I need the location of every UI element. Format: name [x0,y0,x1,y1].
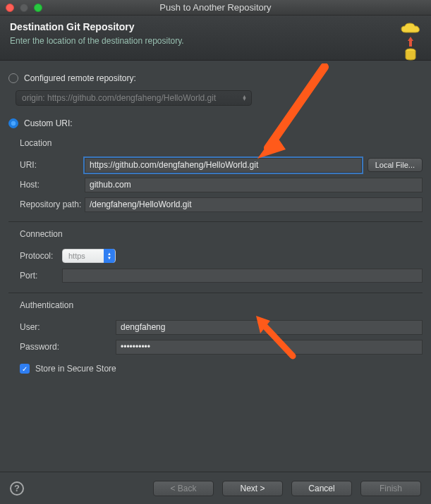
help-icon[interactable]: ? [10,481,24,496]
password-input[interactable] [116,340,423,355]
password-label: Password: [20,342,116,352]
cloud-icon [400,23,421,35]
port-label: Port: [20,271,62,281]
user-label: User: [20,322,116,332]
protocol-value: https [68,252,85,260]
minimize-window-icon [20,4,28,12]
host-input[interactable] [85,178,423,192]
radio-configured-remote[interactable] [8,73,18,83]
header-title: Destination Git Repository [10,21,184,32]
configured-remote-label: Configured remote repository: [24,73,136,83]
back-button: < Back [153,481,214,496]
configured-remote-dropdown: origin: https://github.com/dengfaheng/He… [16,90,252,106]
maximize-window-icon[interactable] [34,4,42,12]
auth-group-label: Authentication [20,300,420,310]
radio-custom-uri[interactable] [8,118,18,128]
custom-uri-label: Custom URI: [24,118,73,128]
store-secure-checkbox[interactable]: ✓ [20,364,30,374]
repository-cylinder-icon [404,48,417,61]
header-subtitle: Enter the location of the destination re… [10,36,184,46]
dialog-header: Destination Git Repository Enter the loc… [0,16,431,61]
user-input[interactable] [116,320,423,335]
window-title: Push to Another Repository [159,2,271,13]
uri-label: URI: [20,160,85,170]
host-label: Host: [20,180,85,190]
dropdown-arrows-icon: ▲▼ [242,95,247,101]
location-group-label: Location [20,138,420,148]
titlebar: Push to Another Repository [0,0,431,16]
repo-path-label: Repository path: [20,199,85,209]
connection-group-label: Connection [20,229,420,239]
close-window-icon[interactable] [6,4,14,12]
next-button[interactable]: Next > [222,481,283,496]
configured-remote-value: origin: https://github.com/dengfaheng/He… [22,93,216,103]
repo-path-input[interactable] [85,197,423,212]
protocol-select[interactable]: https ▲▼ [62,249,116,263]
port-input[interactable] [62,269,423,283]
arrow-up-icon [408,37,413,47]
header-graphic [400,21,421,61]
uri-input[interactable] [85,158,362,173]
store-secure-label: Store in Secure Store [35,364,116,374]
cancel-button[interactable]: Cancel [291,481,352,496]
window-controls [6,4,42,12]
finish-button: Finish [360,481,421,496]
select-arrows-icon: ▲▼ [104,249,115,263]
protocol-label: Protocol: [20,251,62,261]
local-file-button[interactable]: Local File... [368,158,423,172]
dialog-footer: ? < Back Next > Cancel Finish [0,472,431,504]
